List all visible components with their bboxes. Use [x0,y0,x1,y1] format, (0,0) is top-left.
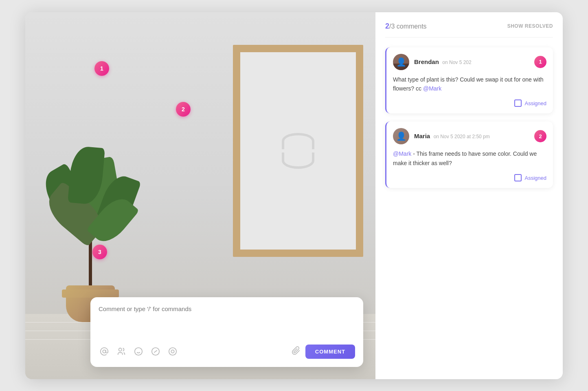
frame-outer [233,45,363,257]
comment-1-footer: Assigned [393,99,546,107]
assigned-checkbox-1[interactable] [514,99,522,107]
avatar-brendan [393,54,409,70]
svg-point-8 [171,350,174,353]
author-name-maria: Maria [414,133,430,139]
svg-point-0 [103,350,105,353]
scene-image: 1 2 3 [25,12,375,379]
comment-1-text: What type of plant is this? Could we swa… [393,75,546,93]
logo-bottom [282,152,314,169]
comment-2-author-info: Maria on Nov 5 2020 at 2:50 pm [414,133,534,140]
at-symbol-icon [100,347,109,356]
people-icon[interactable] [116,346,127,357]
emoji-svg-icon [134,347,143,356]
people-svg-icon [117,347,126,356]
annotation-pin-3[interactable]: 3 [92,245,107,259]
emoji-icon[interactable] [133,346,144,357]
comment-right-actions: COMMENT [292,345,355,359]
comment-1-author-name: Brendan on Nov 5 202 [414,58,534,66]
paperclip-icon [292,346,301,355]
mention-mark-1: @Mark [423,85,441,92]
comment-2-pin-badge: 2 [534,130,546,142]
left-panel: 1 2 3 [25,12,375,379]
comment-card-1-header: Brendan on Nov 5 202 1 [393,54,546,70]
comments-header: 2/3 comments SHOW RESOLVED [385,22,553,38]
comment-2-author-name-row: Maria on Nov 5 2020 at 2:50 pm [414,133,534,140]
record-svg-icon [168,347,177,356]
comment-2-footer: Assigned [393,174,546,181]
assigned-label-2: Assigned [525,175,546,181]
svg-point-2 [135,348,142,355]
comments-total: /3 comments [389,23,427,30]
comment-1-date: on Nov 5 202 [442,60,471,65]
assigned-checkbox-2[interactable] [514,174,522,181]
comment-1-author-info: Brendan on Nov 5 202 [414,58,534,66]
svg-point-7 [169,348,176,355]
at-icon[interactable] [99,346,110,357]
record-icon[interactable] [167,346,178,357]
slash-command-icon[interactable] [150,346,161,357]
annotation-pin-1[interactable]: 1 [94,61,109,76]
svg-point-1 [119,348,122,351]
comment-icons [99,346,178,357]
svg-line-6 [154,350,157,353]
slash-svg-icon [151,347,160,356]
comments-current: 2 [385,22,389,30]
comment-textarea[interactable] [99,305,355,338]
show-resolved-button[interactable]: SHOW RESOLVED [507,23,553,29]
comment-submit-button[interactable]: COMMENT [305,345,355,359]
logo-top [282,133,314,149]
comment-input-box: COMMENT [90,297,363,367]
comment-card-1: Brendan on Nov 5 202 1 What type of plan… [385,47,553,114]
assigned-label-1: Assigned [525,100,546,106]
comment-2-date: on Nov 5 2020 at 2:50 pm [434,134,490,139]
main-container: 1 2 3 [25,12,563,379]
author-name-brendan: Brendan [414,58,439,65]
comment-card-2-header: Maria on Nov 5 2020 at 2:50 pm 2 [393,128,546,144]
right-panel: 2/3 comments SHOW RESOLVED Brendan on No… [375,12,563,379]
comment-toolbar: COMMENT [99,345,355,359]
comments-count: 2/3 comments [385,22,427,31]
annotation-pin-2[interactable]: 2 [176,102,191,117]
comment-2-text: @Mark - This frame needs to have some co… [393,149,546,168]
frame-logo [282,133,314,169]
avatar-maria [393,128,409,144]
mention-mark-2: @Mark [393,150,411,157]
comment-card-2: Maria on Nov 5 2020 at 2:50 pm 2 @Mark -… [385,121,553,188]
picture-frame [233,45,363,257]
comment-1-pin-badge: 1 [534,56,546,68]
attach-icon[interactable] [292,346,301,357]
